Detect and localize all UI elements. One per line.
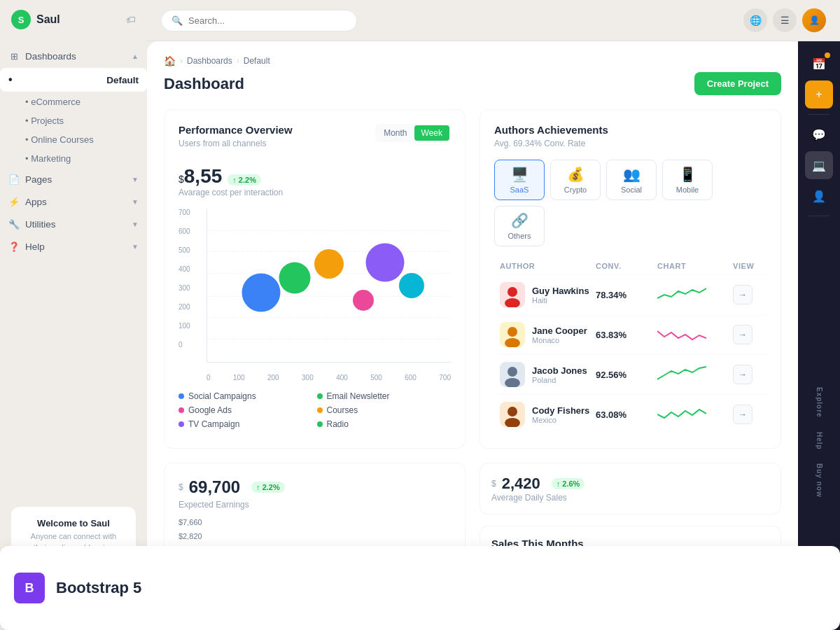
chart-legend: Social Campaigns Email Newsletter Google… <box>178 391 451 429</box>
sidebar-item-ecommerce[interactable]: • eCommerce <box>0 92 147 111</box>
user-button[interactable]: 👤 <box>805 182 833 210</box>
saas-icon: 🖥️ <box>511 166 528 183</box>
gridline <box>207 317 451 318</box>
divider-2 <box>808 216 830 216</box>
chart-cody <box>657 404 727 425</box>
gridline <box>207 339 451 340</box>
notification-button[interactable]: 🌐 <box>743 8 767 32</box>
create-project-button[interactable]: Create Project <box>694 72 781 95</box>
sidebar-item-online-courses[interactable]: • Online Courses <box>0 130 147 149</box>
sidebar-nav: ⊞ Dashboards ▲ Default • eCommerce • Pro… <box>0 39 147 496</box>
help-label[interactable]: Help <box>816 432 823 450</box>
avatar-cody <box>500 402 525 427</box>
logo-icon: S <box>11 10 31 29</box>
breadcrumb: 🏠 › Dashboards › Default <box>164 55 781 66</box>
divider-1 <box>808 114 830 115</box>
perf-metric: $ 8,55 ↑ 2.2% <box>178 165 451 188</box>
view-button-cody[interactable]: → <box>733 405 752 424</box>
sidebar-item-utilities-label: Utilities <box>25 219 56 230</box>
bootstrap-text: Bootstrap 5 <box>56 579 141 597</box>
add-button[interactable]: + <box>805 80 833 108</box>
tab-saas[interactable]: 🖥️ SaaS <box>494 160 545 200</box>
sidebar-item-help-label: Help <box>25 241 45 252</box>
bubble-radio <box>399 273 424 298</box>
perf-header: Performance Overview Users from all chan… <box>178 124 451 160</box>
chart-jacob <box>657 364 727 385</box>
period-tabs: Month Week <box>375 124 451 142</box>
view-button-jacob[interactable]: → <box>733 365 752 384</box>
sidebar-item-help[interactable]: ❓ Help ▼ <box>0 235 147 258</box>
metric-label: Avarage cost per interaction <box>178 188 451 197</box>
explore-label[interactable]: Explore <box>816 387 823 418</box>
chat-button[interactable]: 💬 <box>805 120 833 148</box>
messages-button[interactable]: ☰ <box>773 8 797 32</box>
daily-sales-label: Average Daily Sales <box>491 493 769 503</box>
tab-others[interactable]: 🔗 Others <box>494 206 545 246</box>
sidebar-item-dashboards[interactable]: ⊞ Dashboards ▲ <box>0 45 147 67</box>
sidebar-item-projects[interactable]: • Projects <box>0 111 147 130</box>
legend-tv: TV Campaign <box>178 419 313 429</box>
sidebar-item-default[interactable]: Default <box>0 68 147 92</box>
authors-card: Authors Achievements Avg. 69.34% Conv. R… <box>479 109 781 449</box>
tab-crypto[interactable]: 💰 Crypto <box>550 160 601 200</box>
user-avatar-button[interactable]: 👤 <box>802 8 826 32</box>
chevron-up-icon: ▲ <box>132 52 139 60</box>
help-icon: ❓ <box>8 241 20 252</box>
search-box[interactable]: 🔍 <box>161 10 357 31</box>
chevron-down-icon-help: ▼ <box>132 243 139 251</box>
tab-month[interactable]: Month <box>377 125 414 141</box>
dashboard-grid: Performance Overview Users from all chan… <box>164 109 781 449</box>
perf-title: Performance Overview <box>178 124 293 136</box>
bubble-courses <box>314 249 344 279</box>
sidebar-footer: Welcome to Saul Anyone can connect with … <box>0 496 147 630</box>
pages-icon: 📄 <box>8 174 20 185</box>
svg-point-10 <box>507 287 517 297</box>
tab-mobile[interactable]: 📱 Mobile <box>662 160 713 200</box>
sidebar-item-pages[interactable]: 📄 Pages ▼ <box>0 168 147 190</box>
code-button[interactable]: 💻 <box>805 151 833 179</box>
legend-dot-social <box>178 393 184 399</box>
y-axis: 700 600 500 400 300 200 100 0 <box>178 209 190 349</box>
calendar-button[interactable]: 📅 <box>805 50 833 78</box>
legend-dot-google <box>178 407 184 413</box>
breadcrumb-home-icon[interactable]: 🏠 <box>164 55 176 66</box>
earnings-badge: ↑ 2.2% <box>251 482 285 493</box>
legend-dot-radio <box>317 421 323 427</box>
gridline <box>207 230 451 231</box>
bubble-social <box>241 274 280 312</box>
author-row-guy: Guy Hawkins Haiti 78.34% → <box>494 274 766 314</box>
apps-icon: ⚡ <box>8 196 20 207</box>
topbar-right: 🌐 ☰ 👤 <box>743 8 826 32</box>
svg-point-19 <box>507 407 517 416</box>
dashboards-icon: ⊞ <box>8 50 20 62</box>
authors-tabs: 🖥️ SaaS 💰 Crypto 👥 Social 📱 <box>494 160 766 246</box>
sidebar-item-pages-label: Pages <box>25 174 52 185</box>
buy-now-label[interactable]: Buy now <box>816 463 823 498</box>
bubble-chart-container: 700 600 500 400 300 200 100 0 <box>178 209 451 382</box>
authors-table-header: AUTHOR CONV. CHART VIEW <box>494 258 766 274</box>
sidebar-item-apps[interactable]: ⚡ Apps ▼ <box>0 190 147 213</box>
sidebar-item-marketing[interactable]: • Marketing <box>0 149 147 168</box>
legend-email: Email Newsletter <box>317 391 451 401</box>
page-header: Dashboard Create Project <box>164 72 781 95</box>
authors-subtitle: Avg. 69.34% Conv. Rate <box>494 139 766 148</box>
bootstrap-icon: B <box>14 573 45 603</box>
x-axis: 0 100 200 300 400 500 600 700 <box>206 371 451 382</box>
bubble-email <box>279 262 311 293</box>
bubble-google <box>353 290 374 311</box>
app-name: Saul <box>36 13 60 26</box>
welcome-title: Welcome to Saul <box>22 518 125 528</box>
breadcrumb-current: Default <box>244 56 270 66</box>
sidebar-item-utilities[interactable]: 🔧 Utilities ▼ <box>0 213 147 235</box>
tab-week[interactable]: Week <box>414 125 449 141</box>
view-button-jane[interactable]: → <box>733 325 752 344</box>
sidebar-collapse-button[interactable]: 🏷 <box>126 14 136 25</box>
content-area: 🏠 › Dashboards › Default Dashboard Creat… <box>147 41 840 630</box>
daily-sales-value: 2,420 <box>502 475 540 493</box>
search-input[interactable] <box>188 15 346 26</box>
tab-social[interactable]: 👥 Social <box>606 160 657 200</box>
earnings-value: 69,700 <box>189 477 240 497</box>
daily-sales-card: $ 2,420 ↑ 2.6% Average Daily Sales <box>479 463 781 514</box>
view-button-guy[interactable]: → <box>733 285 752 304</box>
breadcrumb-dashboards-link[interactable]: Dashboards <box>187 56 232 66</box>
